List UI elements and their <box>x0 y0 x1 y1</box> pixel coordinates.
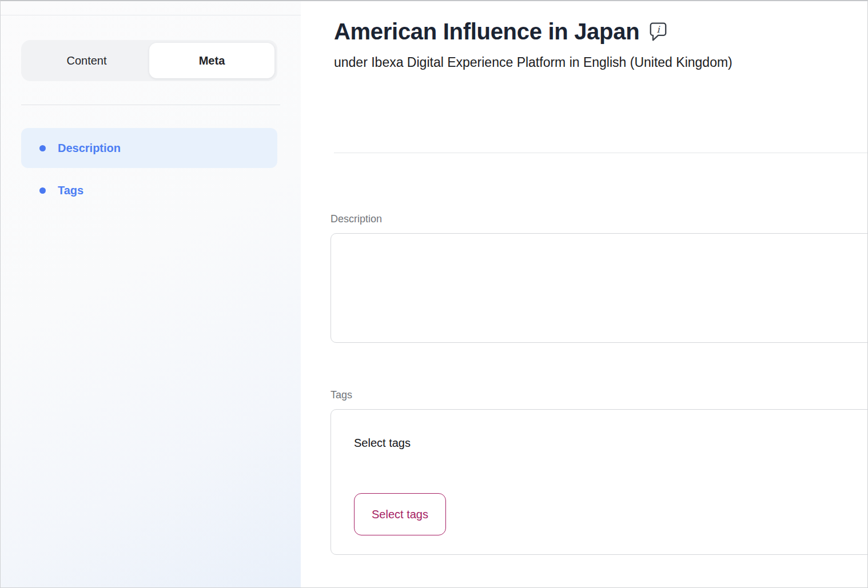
description-field-group: Description <box>331 212 867 343</box>
panel-topbar <box>1 1 301 15</box>
tags-field-group: Tags Select tags Select tags <box>331 388 867 555</box>
anchor-nav: Description Tags <box>1 128 301 210</box>
description-field-label: Description <box>331 212 867 226</box>
content-location-subtitle: under Ibexa Digital Experience Platform … <box>334 54 867 70</box>
anchor-item-tags[interactable]: Tags <box>21 170 277 210</box>
edit-sidebar: Content Meta Description Tags <box>1 1 301 587</box>
tab-meta[interactable]: Meta <box>149 43 274 78</box>
anchor-item-description[interactable]: Description <box>21 128 277 168</box>
tab-content[interactable]: Content <box>24 43 149 78</box>
select-tags-label: Select tags <box>354 435 411 451</box>
bullet-icon <box>39 145 46 151</box>
description-textarea[interactable] <box>331 233 867 343</box>
edit-form-main: American Influence in Japan i under Ibex… <box>301 1 867 587</box>
tags-field-container: Select tags Select tags <box>331 409 867 555</box>
sidebar-divider <box>21 105 280 105</box>
svg-text:i: i <box>657 24 661 35</box>
anchor-item-label: Description <box>58 142 121 155</box>
anchor-item-label: Tags <box>58 184 83 197</box>
tags-field-label: Tags <box>331 388 867 402</box>
bullet-icon <box>39 187 46 194</box>
select-tags-button[interactable]: Select tags <box>354 493 446 535</box>
content-meta-tab-switcher: Content Meta <box>21 40 277 81</box>
title-row: American Influence in Japan i <box>334 18 867 45</box>
page-title: American Influence in Japan <box>334 18 639 45</box>
info-tooltip-icon[interactable]: i <box>649 22 667 45</box>
form-divider <box>334 153 867 153</box>
